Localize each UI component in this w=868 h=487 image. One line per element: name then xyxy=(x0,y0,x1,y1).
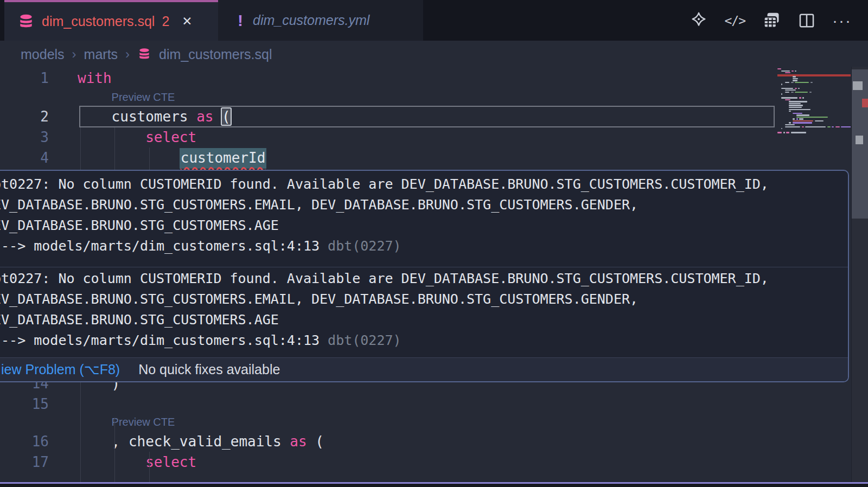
minimap-token xyxy=(785,89,796,91)
compiled-code-icon[interactable]: </> xyxy=(724,14,745,28)
tab-dim-customers-sql[interactable]: dim_customers.sql 2 ✕ xyxy=(4,0,218,41)
breadcrumb-models[interactable]: models xyxy=(21,47,65,62)
minimap-token xyxy=(785,82,789,83)
error-code: dbt(0227) xyxy=(328,332,401,348)
editor-actions: </> ··· xyxy=(690,0,852,41)
error-text-line: EV_DATABASE.BRUNO.STG_CUSTOMERS.EMAIL, D… xyxy=(0,195,848,215)
minimap-token xyxy=(793,80,797,81)
minimap-line xyxy=(789,105,803,106)
minimap-line xyxy=(793,76,796,77)
error-message-block: bt0227: No column CUSTOMERID found. Avai… xyxy=(0,267,848,357)
chevron-right-icon: › xyxy=(72,47,76,62)
minimap-token xyxy=(785,92,789,93)
minimap-token xyxy=(777,68,781,69)
minimap-line xyxy=(793,78,798,79)
line-number: 15 xyxy=(0,394,49,414)
code-line[interactable]: , check_valid_emails as ( xyxy=(112,431,324,452)
text-cursor: ( xyxy=(222,108,231,125)
line-number: 17 xyxy=(0,452,49,472)
chevron-right-icon: › xyxy=(125,47,130,62)
code-line[interactable]: customers as ( xyxy=(112,106,231,127)
minimap-token xyxy=(781,88,793,89)
minimap-token xyxy=(827,126,831,127)
minimap-token xyxy=(785,124,795,125)
minimap-token xyxy=(793,78,798,79)
codelens-preview-cte[interactable]: Preview CTE xyxy=(112,89,175,105)
indent-guide xyxy=(114,418,115,482)
tab-filename: dim_customers.sql xyxy=(42,14,155,29)
code-line[interactable]: select xyxy=(145,127,196,148)
minimap-token xyxy=(781,97,797,98)
minimap-line xyxy=(789,107,802,108)
breadcrumb-file[interactable]: dim_customers.sql xyxy=(159,47,272,62)
error-text-line: bt0227: No column CUSTOMERID found. Avai… xyxy=(0,268,848,289)
code-line[interactable]: with xyxy=(78,68,112,88)
minimap-token xyxy=(785,126,800,127)
editor-window: dim_customers.sql 2 ✕ ! dim_customers.ym… xyxy=(0,0,868,487)
minimap-line xyxy=(796,114,809,116)
minimap-line xyxy=(789,122,812,123)
minimap-token xyxy=(796,114,809,116)
minimap[interactable] xyxy=(777,68,851,161)
minimap-token xyxy=(781,128,782,129)
database-icon xyxy=(137,47,151,61)
minimap-line xyxy=(793,120,824,121)
error-token-customerid: customerId xyxy=(180,148,267,169)
minimap-token xyxy=(789,111,791,112)
code-line[interactable]: customerId xyxy=(180,148,267,168)
code-token: , check_valid_emails xyxy=(112,433,290,450)
no-quick-fixes-label: No quick fixes available xyxy=(138,362,280,377)
query-results-icon[interactable] xyxy=(762,11,781,30)
minimap-token xyxy=(789,103,801,104)
error-file-location[interactable]: --> models/marts/dim_customers.sql:4:13 xyxy=(0,238,328,254)
minimap-line xyxy=(785,72,790,73)
minimap-line xyxy=(796,117,828,118)
minimap-token xyxy=(795,71,796,72)
split-editor-icon[interactable] xyxy=(797,11,816,30)
code-token: select xyxy=(145,454,196,470)
error-hover-popup: bt0227: No column CUSTOMERID found. Avai… xyxy=(0,170,849,382)
minimap-token xyxy=(789,101,807,102)
tab-filename: dim_customers.yml xyxy=(253,12,369,28)
indent-guide xyxy=(149,148,150,170)
view-problem-link[interactable]: iew Problem (⌥F8) xyxy=(1,362,120,377)
code-token: as xyxy=(196,108,213,125)
close-icon[interactable]: ✕ xyxy=(182,14,192,29)
minimap-token xyxy=(777,132,782,133)
minimap-token xyxy=(789,122,791,123)
minimap-token xyxy=(791,132,806,133)
minimap-line xyxy=(785,99,790,100)
minimap-token xyxy=(781,71,790,72)
minimap-line xyxy=(793,80,797,81)
minimap-line xyxy=(781,93,782,94)
minimap-line xyxy=(789,109,810,110)
tab-dim-customers-yml[interactable]: ! dim_customers.yml xyxy=(218,0,423,41)
error-text-line: bt0227: No column CUSTOMERID found. Avai… xyxy=(0,174,848,195)
minimap-token xyxy=(793,76,796,77)
error-file-location[interactable]: --> models/marts/dim_customers.sql:4:13 xyxy=(0,332,328,348)
minimap-token xyxy=(791,82,794,83)
line-number: 4 xyxy=(0,148,49,168)
minimap-line xyxy=(781,128,782,129)
minimap-token xyxy=(841,126,851,127)
more-actions-icon[interactable]: ··· xyxy=(832,15,852,26)
minimap-token xyxy=(793,113,802,114)
error-text-line: EV_DATABASE.BRUNO.STG_CUSTOMERS.EMAIL, D… xyxy=(0,289,848,310)
minimap-token xyxy=(793,122,812,123)
error-text-line: EV_DATABASE.BRUNO.STG_CUSTOMERS.AGE xyxy=(0,310,848,330)
minimap-token xyxy=(802,126,804,127)
line-number: 1 xyxy=(0,68,49,88)
minimap-line xyxy=(793,113,802,114)
minimap-line xyxy=(781,84,782,85)
error-location-line: --> models/marts/dim_customers.sql:4:13 … xyxy=(0,236,848,257)
minimap-line xyxy=(781,88,800,89)
minimap-line xyxy=(777,132,806,133)
code-line[interactable]: select xyxy=(145,452,196,472)
dbt-logo-icon[interactable] xyxy=(690,11,708,30)
minimap-token xyxy=(785,99,790,100)
overview-ruler-mark xyxy=(856,136,863,144)
minimap-token xyxy=(810,82,813,83)
codelens-preview-cte[interactable]: Preview CTE xyxy=(112,414,175,430)
code-token: ( xyxy=(307,433,324,450)
breadcrumb-marts[interactable]: marts xyxy=(84,47,118,62)
